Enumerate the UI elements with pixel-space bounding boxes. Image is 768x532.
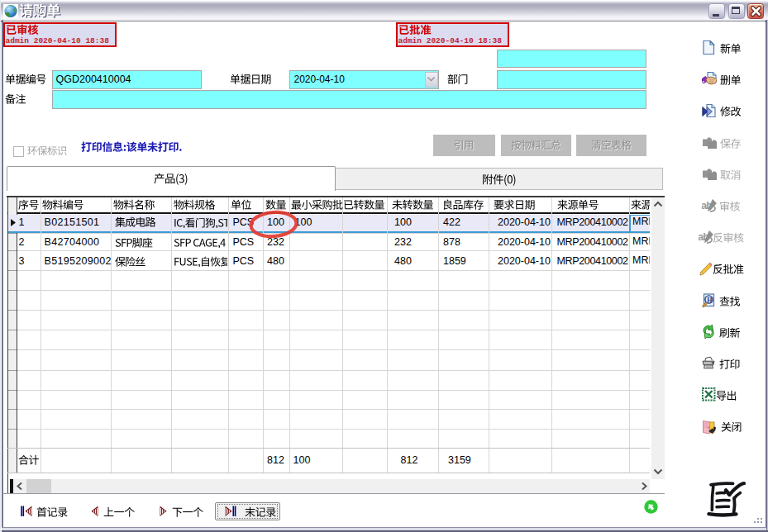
svg-text:H: H — [707, 296, 713, 303]
